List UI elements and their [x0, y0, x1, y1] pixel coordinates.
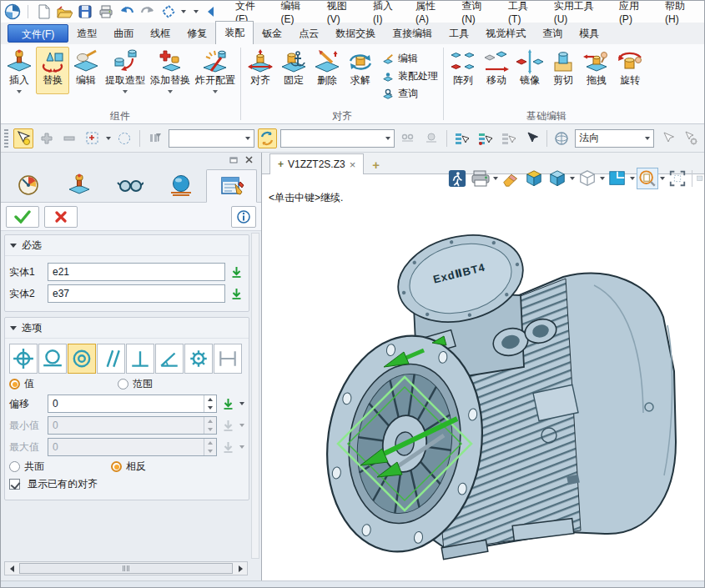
tab-file[interactable]: 文件(F) — [8, 24, 68, 43]
tangent-option-button[interactable] — [38, 344, 67, 374]
entity2-pick-icon[interactable] — [229, 286, 244, 302]
pick-settings-icon[interactable] — [681, 128, 701, 148]
value-radio[interactable]: 值 — [9, 377, 34, 391]
pick-polygon-icon[interactable] — [114, 128, 134, 148]
offset-pick-icon[interactable] — [220, 396, 236, 412]
fit-window-icon[interactable] — [667, 168, 688, 189]
tab-stamp[interactable] — [53, 168, 104, 202]
perpendicular-option-button[interactable] — [126, 344, 154, 374]
drag-button[interactable]: 拖拽 — [580, 47, 613, 94]
pick-region-dropdown-icon[interactable] — [106, 137, 111, 140]
tab-sphere[interactable] — [155, 168, 206, 202]
selection-set-dropdown-icon[interactable] — [181, 10, 186, 13]
document-tab[interactable]: + V1ZZT2S.Z3 × — [269, 153, 364, 174]
view-plane-dropdown-icon[interactable] — [630, 177, 635, 180]
combobox-arrow-icon[interactable] — [385, 137, 390, 140]
undo-icon[interactable] — [118, 3, 135, 20]
view-plane-icon[interactable] — [607, 168, 628, 189]
menu-applications[interactable]: 应用(P) — [612, 0, 657, 28]
required-section-header[interactable]: 必选 — [5, 235, 249, 256]
angle-option-button[interactable] — [155, 344, 184, 374]
wireframe-cube-dropdown-icon[interactable] — [600, 177, 605, 180]
collapse-ribbon-icon[interactable] — [203, 3, 219, 20]
pick-arrow-icon[interactable] — [521, 128, 541, 148]
distance-option-button[interactable] — [214, 344, 242, 374]
panel-horizontal-scrollbar[interactable] — [4, 561, 248, 575]
loop-pick-icon[interactable] — [421, 128, 441, 148]
mirror-button[interactable]: 镜像 — [513, 47, 546, 94]
tab-wireframe[interactable]: 线框 — [142, 23, 179, 44]
scroll-right-icon[interactable] — [234, 562, 247, 575]
save-icon[interactable] — [77, 3, 93, 20]
coincident-option-button[interactable] — [9, 344, 38, 374]
info-button[interactable] — [231, 206, 256, 228]
pattern-button[interactable]: 阵列 — [446, 47, 480, 94]
insert-component-button[interactable]: 插入 — [3, 47, 36, 94]
datum-box-icon[interactable] — [523, 168, 545, 189]
align-button[interactable]: 对齐 — [244, 47, 277, 94]
shaded-cube-icon[interactable] — [546, 168, 568, 189]
entity1-input[interactable]: e21 — [48, 263, 225, 281]
panel-close-icon[interactable] — [244, 155, 254, 164]
fix-button[interactable]: 固定 — [277, 47, 310, 94]
pick-region-icon[interactable] — [83, 128, 103, 148]
pick-list-gray-icon[interactable] — [498, 128, 518, 148]
tab-inquire[interactable]: 查询 — [534, 23, 571, 44]
tab-shape[interactable]: 造型 — [68, 23, 105, 44]
combobox-arrow-icon[interactable] — [245, 137, 250, 140]
pick-list-icon[interactable] — [451, 128, 471, 148]
tab-visual-style[interactable]: 视觉样式 — [477, 23, 534, 44]
tab-surface[interactable]: 曲面 — [105, 23, 142, 44]
dropdown-arrow-icon[interactable] — [123, 90, 128, 93]
reuse-last-input-icon[interactable] — [258, 128, 278, 148]
offset-pick-dropdown-icon[interactable] — [239, 402, 244, 405]
graphics-viewport[interactable]: + V1ZZT2S.Z3 × + <单击中键>继续. — [262, 153, 704, 580]
scrollbar-thumb[interactable] — [19, 563, 233, 574]
explode-config-button[interactable]: 炸开配置 — [193, 47, 238, 94]
replace-component-button[interactable]: 替换 — [36, 47, 69, 94]
panel-vertical-scrollbar[interactable] — [251, 233, 259, 559]
query-align-button[interactable]: 查询 — [379, 85, 441, 103]
cut-button[interactable]: 剪切 — [546, 47, 580, 94]
solve-button[interactable]: 求解 — [344, 47, 377, 94]
combobox-arrow-icon[interactable] — [645, 137, 650, 140]
render-mode-dropdown-icon[interactable] — [493, 177, 498, 180]
toolbar-grip-handle[interactable] — [4, 129, 8, 148]
tab-assembly[interactable]: 装配 — [215, 21, 254, 44]
add-pick-icon[interactable] — [37, 128, 57, 148]
extract-shape-button[interactable]: 提取造型 — [103, 47, 148, 94]
tab-sheetmetal[interactable]: 钣金 — [254, 23, 290, 44]
motor-3d-model[interactable]: ExdⅡBT4 — [317, 224, 684, 568]
new-file-icon[interactable] — [35, 3, 52, 20]
pick-list-colored-icon[interactable] — [475, 128, 495, 148]
entity1-pick-icon[interactable] — [229, 264, 244, 280]
pick-filter-icon[interactable] — [145, 128, 165, 148]
dropdown-arrow-icon[interactable] — [168, 90, 173, 93]
eraser-icon[interactable] — [500, 168, 521, 189]
rotate-button[interactable]: 旋转 — [613, 47, 647, 94]
redo-icon[interactable] — [139, 3, 156, 20]
ok-button[interactable] — [6, 206, 39, 228]
move-button[interactable]: 移动 — [480, 47, 513, 94]
parallel-option-button[interactable] — [97, 344, 125, 374]
render-mode-icon[interactable] — [470, 168, 491, 189]
tab-form-editor[interactable] — [206, 169, 257, 203]
close-tab-icon[interactable]: × — [350, 158, 356, 171]
pick-normal-icon[interactable] — [657, 128, 677, 148]
edit-align-button[interactable]: 编辑 — [379, 50, 441, 68]
cancel-button[interactable] — [44, 206, 78, 228]
tab-mold[interactable]: 模具 — [571, 23, 607, 44]
shaded-cube-dropdown-icon[interactable] — [570, 177, 575, 180]
tab-tools[interactable]: 工具 — [441, 23, 477, 44]
range-radio[interactable]: 范围 — [118, 377, 153, 391]
options-section-header[interactable]: 选项 — [5, 318, 249, 339]
print-icon[interactable] — [98, 3, 114, 20]
show-existing-checkbox[interactable] — [9, 479, 20, 490]
pick-cursor-icon[interactable] — [13, 128, 33, 148]
dropdown-arrow-icon[interactable] — [17, 90, 22, 93]
concentric-option-button[interactable] — [68, 344, 96, 374]
remove-pick-icon[interactable] — [59, 128, 79, 148]
dropdown-arrow-icon[interactable] — [213, 90, 218, 93]
tab-gauge[interactable] — [3, 168, 53, 202]
opposite-radio[interactable]: 相反 — [111, 460, 146, 474]
